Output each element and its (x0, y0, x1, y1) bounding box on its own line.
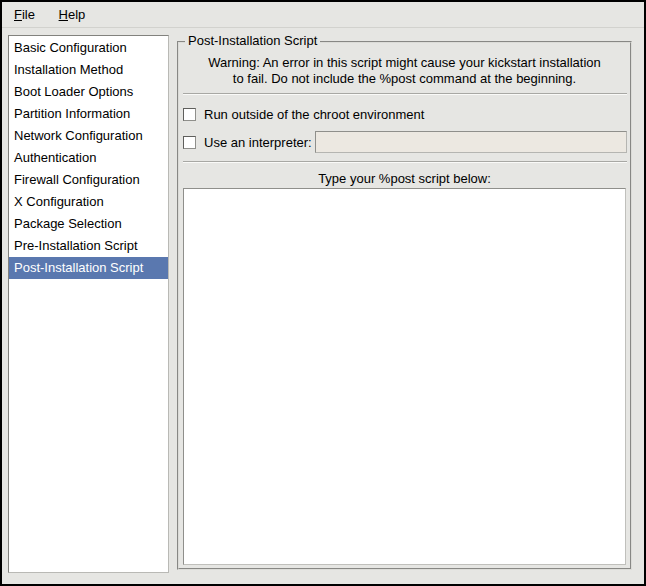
section-list: Basic Configuration Installation Method … (8, 35, 169, 573)
sidebar-item-authentication[interactable]: Authentication (9, 147, 168, 169)
chroot-checkbox-row[interactable]: Run outside of the chroot environment (183, 104, 424, 124)
sidebar-item-package-selection[interactable]: Package Selection (9, 213, 168, 235)
sidebar-item-partition-information[interactable]: Partition Information (9, 103, 168, 125)
sidebar-item-boot-loader-options[interactable]: Boot Loader Options (9, 81, 168, 103)
warning-line-1: Warning: An error in this script might c… (179, 55, 630, 71)
post-script-textarea[interactable] (183, 188, 626, 565)
script-prompt-label: Type your %post script below: (179, 171, 630, 186)
panel-title: Post-Installation Script (185, 33, 320, 48)
warning-line-2: to fail. Do not include the %post comman… (179, 71, 630, 87)
sidebar-item-post-installation-script[interactable]: Post-Installation Script (9, 257, 168, 279)
sidebar-item-installation-method[interactable]: Installation Method (9, 59, 168, 81)
chroot-checkbox[interactable] (183, 108, 196, 121)
sidebar-item-basic-configuration[interactable]: Basic Configuration (9, 37, 168, 59)
menu-help[interactable]: Help (49, 2, 96, 26)
separator (183, 161, 627, 163)
interpreter-input[interactable] (315, 131, 627, 153)
interpreter-checkbox-row[interactable]: Use an interpreter: (183, 132, 312, 152)
sidebar-item-network-configuration[interactable]: Network Configuration (9, 125, 168, 147)
sidebar-item-x-configuration[interactable]: X Configuration (9, 191, 168, 213)
interpreter-checkbox-label[interactable]: Use an interpreter: (204, 135, 312, 150)
sidebar-item-pre-installation-script[interactable]: Pre-Installation Script (9, 235, 168, 257)
kickstart-configurator-window: File Help Basic Configuration Installati… (0, 0, 646, 586)
chroot-checkbox-label[interactable]: Run outside of the chroot environment (204, 107, 424, 122)
sidebar-item-firewall-configuration[interactable]: Firewall Configuration (9, 169, 168, 191)
separator (183, 93, 627, 95)
warning-text: Warning: An error in this script might c… (179, 55, 630, 87)
menu-bar: File Help (2, 2, 644, 28)
post-installation-script-panel: Post-Installation Script Warning: An err… (177, 41, 632, 570)
menu-file[interactable]: File (4, 2, 45, 26)
interpreter-checkbox[interactable] (183, 136, 196, 149)
